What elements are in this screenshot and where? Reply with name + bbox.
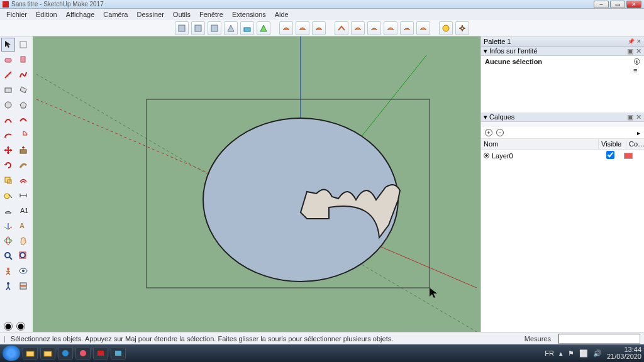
sandbox-tool-icon[interactable] (400, 21, 414, 35)
menu-edition[interactable]: Édition (32, 10, 61, 19)
layer-menu-button[interactable]: ▸ (637, 129, 640, 136)
menu-affichage[interactable]: Affichage (62, 10, 99, 19)
followme-tool-icon[interactable] (16, 158, 30, 172)
taskbar-edge-icon[interactable] (58, 347, 73, 359)
solid-tool-icon[interactable] (191, 21, 205, 35)
tray-network-icon[interactable]: ⬜ (579, 349, 588, 358)
eraser-tool-icon[interactable] (1, 53, 15, 67)
walk-tool-icon[interactable] (1, 279, 15, 293)
solid-tool-icon[interactable] (257, 21, 270, 35)
tray-action-icon[interactable]: ⚑ (568, 349, 574, 358)
add-layer-button[interactable]: + (485, 129, 492, 136)
taskbar-firefox-icon[interactable] (75, 347, 91, 359)
layer-col-color[interactable]: Co… (626, 139, 644, 149)
line-tool-icon[interactable] (1, 68, 15, 82)
look-around-tool-icon[interactable] (16, 264, 30, 278)
menu-aide[interactable]: Aide (271, 10, 292, 19)
arc-tool-icon[interactable] (1, 113, 15, 127)
rotated-rect-tool-icon[interactable] (16, 83, 30, 97)
threepoint-arc-tool-icon[interactable] (1, 128, 15, 142)
extension-manager-icon[interactable] (455, 21, 469, 35)
sandbox-tool-icon[interactable] (367, 21, 381, 35)
pushpull-tool-icon[interactable] (16, 143, 30, 157)
layer-col-name[interactable]: Nom (481, 139, 599, 149)
sandbox-tool-icon[interactable] (384, 21, 397, 35)
close-button[interactable]: ✕ (626, 1, 641, 8)
protractor-tool-icon[interactable] (1, 204, 15, 217)
menu-fichier[interactable]: Fichier (3, 10, 31, 19)
solid-tool-icon[interactable] (208, 21, 221, 35)
paint-tool-icon[interactable] (16, 53, 30, 67)
taskbar-explorer-icon[interactable] (23, 347, 38, 359)
polygon-tool-icon[interactable] (16, 98, 30, 112)
offset-tool-icon[interactable] (16, 173, 30, 187)
position-camera-tool-icon[interactable] (1, 264, 15, 278)
solid-tool-icon[interactable] (224, 21, 238, 35)
rectangle-tool-icon[interactable] (1, 83, 15, 97)
layer-color-swatch[interactable] (624, 153, 633, 159)
tray-volume-icon[interactable]: 🔊 (593, 349, 602, 358)
close-icon[interactable]: ✕ (636, 113, 641, 121)
rotate-tool-icon[interactable] (1, 158, 15, 172)
layer-col-visible[interactable]: Visible (599, 139, 626, 149)
collapse-icon[interactable]: ▣ (627, 113, 633, 121)
credits-icon[interactable]: ⬤ (16, 322, 25, 331)
section-tool-icon[interactable] (16, 279, 30, 293)
sandbox-tool-icon[interactable] (416, 21, 430, 35)
circle-tool-icon[interactable] (1, 98, 15, 112)
freehand-tool-icon[interactable] (16, 68, 30, 82)
remove-layer-button[interactable]: − (496, 129, 504, 136)
sandbox-tool-icon[interactable] (335, 21, 348, 35)
layers-header[interactable]: ▾ Calques ▣✕ (481, 112, 644, 122)
text-tool-icon[interactable]: A1 (16, 204, 30, 217)
tray-chevron-icon[interactable]: ▴ (559, 349, 563, 358)
scale-tool-icon[interactable] (1, 173, 15, 187)
taskbar-explorer-icon[interactable] (40, 347, 55, 359)
twopoint-arc-tool-icon[interactable] (16, 113, 30, 127)
taskbar-sketchup-icon[interactable] (93, 347, 108, 359)
layer-active-radio[interactable] (484, 153, 489, 158)
info-icon[interactable]: 🛈 (633, 58, 640, 65)
measure-input[interactable] (558, 334, 640, 344)
maximize-button[interactable]: ▭ (610, 1, 625, 8)
sandbox-tool-icon[interactable] (279, 21, 293, 35)
component-tool-icon[interactable] (16, 38, 30, 52)
sandbox-tool-icon[interactable] (351, 21, 365, 35)
details-icon[interactable]: ≡ (633, 67, 640, 74)
layer-row[interactable]: Layer0 (481, 150, 644, 162)
entity-info-header[interactable]: ▾ Infos sur l'entité ▣✕ (481, 47, 644, 56)
warehouse-icon[interactable] (439, 21, 453, 35)
tape-tool-icon[interactable] (1, 189, 15, 202)
menu-camera[interactable]: Caméra (99, 10, 131, 19)
pan-tool-icon[interactable] (16, 234, 30, 248)
axes-tool-icon[interactable] (1, 219, 15, 233)
menu-fenetre[interactable]: Fenêtre (196, 10, 227, 19)
pin-icon[interactable]: 📌 ✕ (628, 38, 641, 45)
palette-header[interactable]: Palette 1 📌 ✕ (481, 36, 644, 47)
orbit-tool-icon[interactable] (1, 234, 15, 248)
tray-date[interactable]: 21/03/2020 (607, 353, 641, 360)
zoom-tool-icon[interactable] (1, 249, 15, 263)
taskbar-app-icon[interactable] (111, 347, 126, 359)
geo-location-icon[interactable]: ⬤ (4, 322, 13, 331)
menu-extensions[interactable]: Extensions (228, 10, 270, 19)
close-icon[interactable]: ✕ (636, 47, 641, 55)
select-tool-icon[interactable] (1, 38, 15, 52)
dimension-tool-icon[interactable] (16, 189, 30, 202)
3dtext-tool-icon[interactable]: A (16, 219, 30, 233)
viewport[interactable] (33, 36, 480, 332)
pie-tool-icon[interactable] (16, 128, 30, 142)
menu-dessiner[interactable]: Dessiner (133, 10, 167, 19)
solid-tool-icon[interactable] (240, 21, 254, 35)
sandbox-tool-icon[interactable] (312, 21, 326, 35)
solid-tool-icon[interactable] (175, 21, 189, 35)
sandbox-tool-icon[interactable] (296, 21, 309, 35)
start-button[interactable] (3, 346, 20, 361)
menu-outils[interactable]: Outils (169, 10, 194, 19)
zoom-extents-tool-icon[interactable] (16, 249, 30, 263)
minimize-button[interactable]: – (594, 1, 609, 8)
move-tool-icon[interactable] (1, 143, 15, 157)
tray-lang[interactable]: FR (545, 349, 554, 357)
collapse-icon[interactable]: ▣ (627, 47, 633, 55)
layer-visible-checkbox[interactable] (606, 151, 614, 159)
